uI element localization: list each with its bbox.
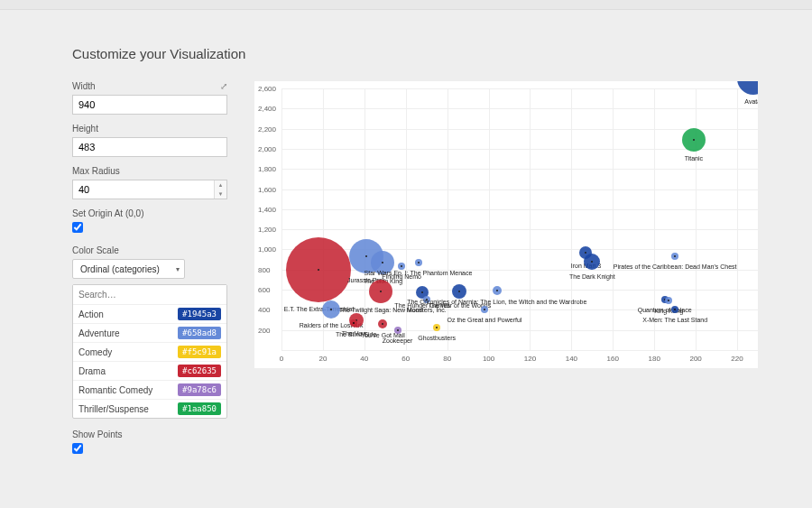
x-tick: 20	[318, 355, 327, 363]
color-swatch[interactable]: #9a78c6	[178, 383, 221, 396]
category-name: Action	[78, 309, 104, 319]
bubble-label: Titanic	[685, 155, 703, 162]
color-swatch[interactable]: #658ad8	[178, 327, 221, 339]
height-input[interactable]	[72, 137, 227, 157]
x-tick: 80	[443, 355, 451, 363]
page-title: Customize your Visualization	[72, 46, 758, 61]
bubble[interactable]	[493, 286, 502, 295]
bubble[interactable]	[369, 280, 392, 303]
y-tick: 2,000	[258, 144, 276, 152]
y-tick: 2,600	[258, 85, 276, 93]
category-name: Romantic Comedy	[78, 385, 152, 395]
bubble[interactable]	[433, 324, 440, 331]
bubble[interactable]	[378, 319, 387, 328]
y-tick: 1,000	[258, 245, 276, 254]
bubble[interactable]	[286, 237, 351, 302]
y-tick: 1,800	[258, 165, 276, 173]
category-row[interactable]: Action#1945a3	[73, 305, 226, 324]
chevron-down-icon: ▾	[176, 265, 180, 273]
max-radius-input[interactable]	[72, 180, 227, 199]
color-scale-select[interactable]: Ordinal (categories)	[72, 259, 185, 279]
y-tick: 1,400	[258, 205, 276, 213]
x-tick: 40	[360, 355, 368, 363]
category-row[interactable]: Romantic Comedy#9a78c6	[73, 381, 226, 400]
x-tick: 140	[566, 355, 577, 363]
y-tick: 400	[258, 306, 270, 314]
bubble[interactable]	[737, 81, 758, 95]
color-swatch[interactable]: #c62635	[178, 365, 221, 377]
category-search-input[interactable]	[73, 285, 226, 305]
x-tick: 120	[524, 355, 536, 363]
color-swatch[interactable]: #1aa850	[178, 402, 221, 415]
color-scale-label: Color Scale	[72, 245, 227, 255]
bubble-label: Avatar	[744, 98, 758, 105]
bubble-label: Ghostbusters	[418, 335, 456, 341]
bubble-label: Oz the Great and Powerful	[448, 317, 522, 323]
y-tick: 2,400	[258, 105, 276, 113]
origin-label: Set Origin At (0,0)	[72, 208, 227, 218]
bubble[interactable]	[671, 306, 678, 313]
settings-sidebar: Width ⤢ Height Max Radius ▲▼ Set Origin …	[72, 81, 227, 466]
x-tick: 160	[607, 355, 619, 363]
y-tick: 1,200	[258, 226, 276, 234]
bubble[interactable]	[452, 284, 466, 299]
x-tick: 100	[483, 355, 494, 363]
bubble[interactable]	[671, 253, 678, 260]
x-tick: 200	[689, 355, 701, 363]
width-input[interactable]	[72, 95, 227, 115]
category-row[interactable]: Drama#c62635	[73, 362, 226, 381]
bubble-label: X-Men: The Last Stand	[642, 317, 707, 323]
stepper-buttons[interactable]: ▲▼	[214, 180, 226, 199]
chart-area: 0204060801001201401601802002202004006008…	[254, 81, 758, 368]
x-tick: 220	[731, 355, 743, 363]
show-points-checkbox[interactable]	[72, 443, 83, 454]
max-radius-label: Max Radius	[72, 166, 227, 176]
category-name: Thriller/Suspense	[78, 404, 149, 414]
width-label: Width ⤢	[72, 81, 227, 91]
bubble-label: The Chronicles of Narnia: The Lion, the …	[407, 299, 586, 305]
y-tick: 600	[258, 286, 270, 294]
bubble-label: Star Wars Ep. I: The Phantom Menace	[364, 270, 473, 276]
bubble[interactable]	[481, 306, 488, 313]
top-bar	[0, 0, 812, 10]
bubble[interactable]	[322, 300, 340, 319]
origin-checkbox[interactable]	[72, 222, 83, 233]
x-tick: 180	[649, 355, 660, 363]
category-name: Adventure	[78, 328, 120, 338]
scatter-plot[interactable]: 0204060801001201401601802002202004006008…	[281, 88, 758, 350]
color-swatch[interactable]: #1945a3	[178, 308, 221, 320]
category-panel: Action#1945a3Adventure#658ad8Comedy#f5c9…	[72, 284, 227, 419]
bubble[interactable]	[584, 254, 600, 270]
category-row[interactable]: Thriller/Suspense#1aa850	[73, 400, 226, 418]
y-tick: 200	[258, 326, 270, 334]
bubble[interactable]	[394, 327, 401, 334]
bubble[interactable]	[350, 319, 357, 327]
bubble-label: Zookeeper	[383, 337, 412, 344]
bubble-label: King Kong	[654, 308, 683, 314]
x-tick: 0	[280, 355, 283, 363]
category-row[interactable]: Comedy#f5c91a	[73, 343, 226, 362]
bubble-label: The Dark Knight	[569, 273, 615, 280]
color-swatch[interactable]: #f5c91a	[178, 346, 221, 358]
bubble[interactable]	[682, 128, 706, 152]
x-tick: 60	[401, 355, 410, 363]
height-label: Height	[72, 124, 227, 134]
y-tick: 2,200	[258, 125, 276, 133]
y-tick: 1,600	[258, 185, 276, 193]
bubble[interactable]	[415, 259, 422, 266]
category-row[interactable]: Adventure#658ad8	[73, 324, 226, 343]
y-tick: 800	[258, 265, 270, 273]
category-name: Drama	[78, 366, 106, 376]
bubble[interactable]	[665, 297, 672, 304]
bubble-label: Pirates of the Caribbean: Dead Man's Che…	[614, 263, 737, 270]
show-points-label: Show Points	[72, 429, 227, 439]
category-name: Comedy	[78, 347, 112, 357]
expand-icon[interactable]: ⤢	[220, 81, 227, 91]
